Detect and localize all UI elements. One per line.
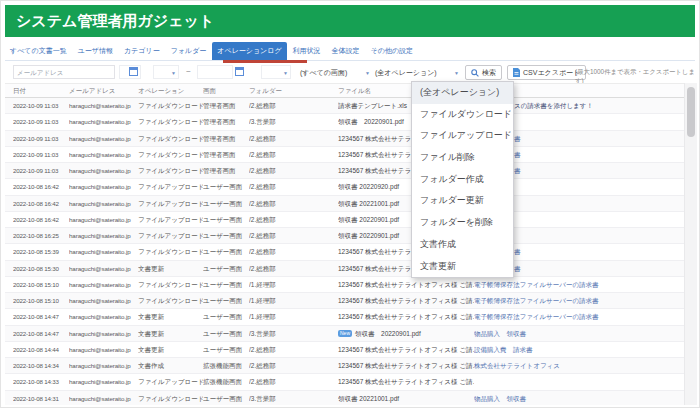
menu-item-5[interactable]: フォルダー更新: [412, 190, 513, 212]
table-row: 2022-10-08 14:31haraguchi@sateraito.jpファ…: [5, 391, 687, 406]
log-table-body: 2022-10-09 11:03haraguchi@sateraito.jpファ…: [5, 98, 687, 405]
cell-date: 2022-10-08 14:44: [13, 342, 69, 357]
table-row: 2022-10-08 14:44haraguchi@sateraito.jp文書…: [5, 342, 687, 358]
cell-filename: 1234567 株式会社サテライトオフィス様 ご請…: [338, 277, 474, 292]
cell-operation: ファイルダウンロード: [138, 147, 203, 162]
cell-screen: 管理者画面: [203, 147, 249, 162]
cell-filename: 1234567 株式会社サテライトオフィス様 ご請…: [338, 358, 474, 373]
column-header-1: メールアドレス: [69, 84, 138, 97]
cell-folder: /3.営業部: [249, 326, 338, 341]
cell-folder: /2.総務部: [249, 131, 338, 146]
cell-screen: ユーザー画面: [203, 342, 249, 357]
tab-3[interactable]: フォルダー: [166, 42, 212, 60]
cell-comment-link[interactable]: 電子帳簿保存法ファイルサーバーの請求書: [474, 309, 687, 324]
tab-6[interactable]: 全体設定: [327, 42, 365, 60]
menu-item-2[interactable]: ファイルアップロード: [412, 125, 513, 147]
cell-screen: ユーザー画面: [203, 179, 249, 194]
page-header: システム管理者用ガジェット: [5, 5, 695, 37]
cell-folder: /2.総務部: [249, 374, 338, 389]
menu-item-7[interactable]: 文書作成: [412, 234, 513, 256]
csv-export-label: CSVエクスポート: [523, 68, 580, 78]
table-row: 2022-10-08 16:42haraguchi@sateraito.jpファ…: [5, 179, 687, 195]
table-row: 2022-10-08 16:42haraguchi@sateraito.jpファ…: [5, 212, 687, 228]
table-row: 2022-10-08 15:30haraguchi@sateraito.jp文書…: [5, 261, 687, 277]
cell-operation: ファイルダウンロード: [138, 98, 203, 113]
cell-date: 2022-10-09 11:03: [13, 163, 69, 178]
cell-email: haraguchi@sateraito.jp: [69, 98, 138, 113]
tab-4[interactable]: オペレーションログ: [212, 42, 286, 60]
cell-comment-link[interactable]: 株式会社サテライトオフィス: [474, 358, 687, 373]
search-button[interactable]: 検索: [465, 65, 502, 80]
cell-comment-link[interactable]: 電子帳簿保存法ファイルサーバーの請求書: [474, 277, 687, 292]
calendar-from-icon[interactable]: [129, 67, 138, 76]
cell-screen: 拡張機能画面: [203, 358, 249, 373]
menu-item-6[interactable]: フォルダーを削除: [412, 212, 513, 234]
file-icon: [513, 68, 520, 77]
email-filter-input[interactable]: [13, 65, 115, 79]
table-row: 2022-10-08 14:47haraguchi@sateraito.jp文書…: [5, 326, 687, 342]
cell-email: haraguchi@sateraito.jp: [69, 114, 138, 129]
table-row: 2022-10-08 15:39haraguchi@sateraito.jpファ…: [5, 244, 687, 260]
menu-item-4[interactable]: フォルダー作成: [412, 169, 513, 191]
cell-operation: ファイルダウンロード: [138, 131, 203, 146]
cell-operation: ファイルアップロード: [138, 374, 203, 389]
cell-screen: ユーザー画面: [203, 391, 249, 406]
filter-bar: ▼ ~ ▼ (すべての画面) ▼ (全オペレーション) ▼ 検索 CSVエクスポ…: [5, 63, 695, 82]
tab-bar: すべての文書一覧ユーザ情報カテゴリーフォルダーオペレーションログ利用状況全体設定…: [5, 41, 695, 61]
new-badge: New: [338, 330, 352, 337]
cell-operation: 文書作成: [138, 358, 203, 373]
cell-comment-link[interactable]: 電子帳簿保存法ファイルサーバーの請求書: [474, 293, 687, 308]
cell-filename: 1234567 株式会社サテライトオフィス様 ご請…: [338, 293, 474, 308]
tab-1[interactable]: ユーザ情報: [73, 42, 118, 60]
search-button-label: 検索: [482, 68, 496, 78]
column-header-2: オペレーション: [138, 84, 203, 97]
cell-folder: /3.営業部: [249, 114, 338, 129]
tab-0[interactable]: すべての文書一覧: [5, 42, 72, 60]
menu-item-0[interactable]: (全オペレーション): [412, 82, 513, 104]
cell-email: haraguchi@sateraito.jp: [69, 179, 138, 194]
date-range-separator: ~: [186, 67, 191, 76]
cell-operation: ファイルアップロード: [138, 228, 203, 243]
tab-7[interactable]: その他の設定: [366, 42, 419, 60]
search-icon: [471, 69, 479, 77]
cell-date: 2022-10-09 11:03: [13, 131, 69, 146]
tab-5[interactable]: 利用状況: [288, 42, 326, 60]
calendar-to-icon[interactable]: [235, 67, 244, 76]
cell-screen: ユーザー画面: [203, 293, 249, 308]
menu-item-8[interactable]: 文書更新: [412, 256, 513, 278]
cell-date: 2022-10-09 11:03: [13, 114, 69, 129]
cell-date: 2022-10-09 11:03: [13, 98, 69, 113]
cell-comment-link[interactable]: 設備購入費 請求書: [474, 342, 687, 357]
time-to-select[interactable]: ▼: [261, 65, 291, 79]
cell-screen: ユーザー画面: [203, 228, 249, 243]
cell-filename: 領収書 20221001.pdf: [338, 391, 474, 406]
cell-operation: ファイルダウンロード: [138, 293, 203, 308]
cell-folder: /2.総務部: [249, 261, 338, 276]
scrollbar-thumb[interactable]: [687, 87, 695, 137]
tab-2[interactable]: カテゴリー: [119, 42, 165, 60]
cell-email: haraguchi@sateraito.jp: [69, 309, 138, 324]
cell-date: 2022-10-08 16:42: [13, 212, 69, 227]
chevron-down-icon: ▼: [454, 70, 459, 76]
cell-comment-link[interactable]: 物品購入 領収書: [474, 326, 687, 341]
cell-email: haraguchi@sateraito.jp: [69, 212, 138, 227]
cell-comment-link[interactable]: 物品購入 領収書: [474, 391, 687, 406]
screen-filter-value: (すべての画面): [300, 68, 347, 78]
cell-screen: 管理者画面: [203, 114, 249, 129]
cell-folder: /2.総務部: [249, 228, 338, 243]
menu-item-3[interactable]: ファイル削除: [412, 147, 513, 169]
column-header-0: 日付: [13, 84, 69, 97]
cell-folder: /2.総務部: [249, 212, 338, 227]
cell-email: haraguchi@sateraito.jp: [69, 147, 138, 162]
time-from-select[interactable]: ▼: [153, 65, 179, 79]
cell-folder: /3.営業部: [249, 391, 338, 406]
cell-folder: /1.経理部: [249, 277, 338, 292]
menu-item-1[interactable]: ファイルダウンロード: [412, 104, 513, 126]
cell-folder: /2.総務部: [249, 342, 338, 357]
operation-filter-select[interactable]: (全オペレーション) ▼: [375, 65, 459, 80]
chevron-down-icon: ▼: [365, 70, 370, 76]
cell-date: 2022-10-08 15:39: [13, 244, 69, 259]
cell-email: haraguchi@sateraito.jp: [69, 391, 138, 406]
date-to-input[interactable]: [197, 65, 233, 79]
screen-filter-select[interactable]: (すべての画面) ▼: [300, 65, 370, 80]
